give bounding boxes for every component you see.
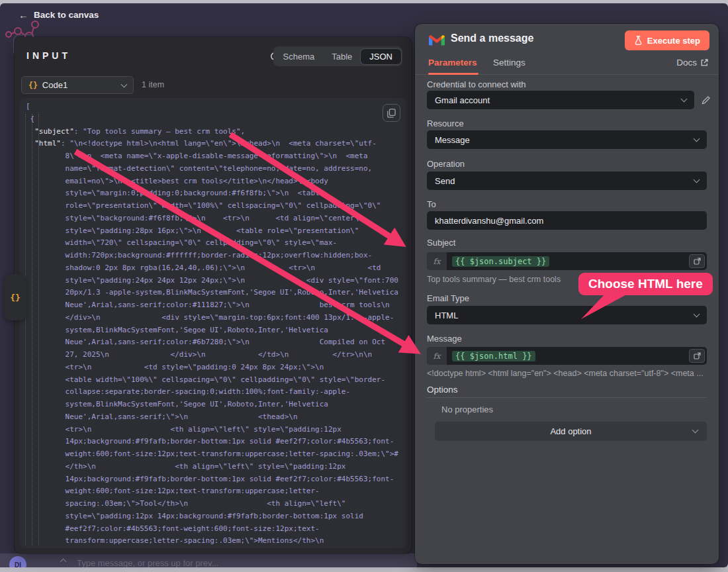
code-line: email=no\">\n <title>best crm tools</tit… bbox=[26, 175, 404, 188]
code-line: Neue',Arial,sans-serif;color:#6b7280;\">… bbox=[26, 336, 404, 349]
options-divider bbox=[427, 397, 707, 398]
chevron-down-icon bbox=[694, 177, 700, 183]
code-line: role=\"presentation\" width=\"100%\" cel… bbox=[26, 200, 404, 213]
chevron-down-icon bbox=[692, 427, 699, 434]
code-line: #eef2f7;color:#4b5563;font-weight:600;fo… bbox=[26, 523, 404, 536]
code-line: width:720px;background:#ffffff;border-ra… bbox=[26, 250, 404, 262]
back-arrow-icon: ← bbox=[19, 9, 28, 21]
node-panel-tabs: Parameters Settings Docs bbox=[415, 54, 719, 75]
code-line: spacing:.03em;\">Tool</th>\n <th align=\… bbox=[26, 498, 404, 510]
code-line: Neue',Arial,sans-serif;color:#111827;\">… bbox=[26, 299, 404, 312]
docs-link[interactable]: Docs bbox=[676, 58, 708, 68]
code-line: weight:600;font-size:12px;text-transform… bbox=[26, 485, 404, 498]
to-label: To bbox=[427, 199, 436, 209]
code-line: 27, 2025\n </div>\n </td>\n </tr>\n\n bbox=[26, 349, 404, 361]
operation-select[interactable]: Send bbox=[427, 171, 707, 190]
code-line: <tr>\n <th align=\"left\" style=\"paddin… bbox=[26, 424, 404, 436]
chevron-down-icon bbox=[694, 136, 700, 142]
code-node-icon: {} bbox=[28, 81, 38, 90]
code-line: system,BlinkMacSystemFont,'Segoe UI',Rob… bbox=[26, 324, 404, 337]
message-expression-field[interactable]: fx {{ $json.html }} bbox=[427, 347, 707, 365]
edit-credential-icon[interactable] bbox=[699, 93, 713, 107]
code-line: 8\">\n <meta name=\"x-apple-disable-mess… bbox=[26, 150, 404, 163]
copy-icon[interactable] bbox=[383, 104, 400, 122]
tab-json[interactable]: JSON bbox=[361, 49, 401, 64]
external-link-icon bbox=[701, 59, 708, 66]
code-line: style=\"margin:0;padding:0;background:#f… bbox=[26, 187, 404, 200]
execute-step-button[interactable]: Execute step bbox=[625, 30, 709, 50]
back-label: Back to canvas bbox=[34, 10, 99, 20]
code-line: 14px;background:#f9fafb;border-bottom:1p… bbox=[26, 436, 404, 448]
tab-settings[interactable]: Settings bbox=[493, 58, 525, 68]
code-line: [ bbox=[26, 101, 404, 113]
code-line: Neue',Arial,sans-serif;\">\n <thead>\n bbox=[26, 411, 404, 424]
json-code-lines: [ { "subject": "Top tools summary — best… bbox=[26, 101, 404, 548]
json-code-view[interactable]: [ { "subject": "Top tools summary — best… bbox=[20, 98, 406, 548]
code-line: collapse:separate;border-spacing:0;width… bbox=[26, 386, 404, 399]
code-line: system,BlinkMacSystemFont,'Segoe UI',Rob… bbox=[26, 399, 404, 411]
avatar: DI bbox=[9, 556, 26, 567]
chat-input-placeholder[interactable]: Type message, or press up for prev... bbox=[77, 558, 218, 567]
subject-expression-field[interactable]: fx {{ $json.subject }} bbox=[427, 252, 707, 270]
chevron-down-icon bbox=[681, 96, 688, 103]
fx-icon: fx bbox=[427, 347, 447, 365]
gmail-icon bbox=[429, 34, 445, 46]
email-type-label: Email Type bbox=[427, 293, 469, 303]
open-expression-editor-icon[interactable] bbox=[689, 254, 705, 268]
message-expression: {{ $json.html }} bbox=[452, 351, 535, 361]
input-panel-drag-handle[interactable]: {} bbox=[4, 274, 26, 320]
to-input[interactable]: khatterdivanshu@gmail.com bbox=[427, 211, 707, 230]
node-detail-panel: Send a message Execute step Parameters S… bbox=[415, 24, 719, 564]
credential-label: Credential to connect with bbox=[427, 79, 526, 89]
input-source-name: Code1 bbox=[42, 80, 117, 90]
code-line: 14px;background:#f9fafb;border-bottom:1p… bbox=[26, 473, 404, 486]
email-type-select[interactable]: HTML bbox=[427, 306, 707, 324]
code-line: shadow:0 2px 8px rgba(16,24,40,.06);\">\… bbox=[26, 262, 404, 275]
display-mode-tabs: Schema Table JSON bbox=[273, 46, 402, 66]
back-to-canvas-button[interactable]: ← Back to canvas bbox=[19, 9, 99, 21]
code-line: style=\"padding:24px 24px 12px 24px;\">\… bbox=[26, 275, 404, 287]
code-line: <tr>\n <td style=\"padding:0 24px 8px 24… bbox=[26, 361, 404, 374]
operation-label: Operation bbox=[427, 159, 465, 169]
options-empty-text: No properties bbox=[441, 405, 493, 414]
open-expression-editor-icon[interactable] bbox=[689, 349, 705, 363]
input-panel-title: INPUT bbox=[26, 50, 71, 61]
code-line: </div>\n <div style=\"margin-top:6px;fon… bbox=[26, 312, 404, 324]
code-line: <table width=\"100%\" cellspacing=\"0\" … bbox=[26, 374, 404, 387]
item-count: 1 item bbox=[142, 80, 164, 89]
fx-icon: fx bbox=[427, 252, 447, 270]
message-preview: <!doctype html> <html lang="en"> <head> … bbox=[427, 369, 707, 378]
tab-schema[interactable]: Schema bbox=[275, 49, 324, 64]
code-line: width=\"720\" cellspacing=\"0\" cellpadd… bbox=[26, 237, 404, 250]
node-title: Send a message bbox=[451, 32, 533, 44]
code-line: "html": "\n<!doctype html>\n<html lang=\… bbox=[26, 138, 404, 150]
resource-select[interactable]: Message bbox=[427, 130, 707, 149]
code-line: name=\"format-detection\" content=\"tele… bbox=[26, 163, 404, 175]
parameters-body: Credential to connect with Gmail account… bbox=[415, 75, 719, 564]
code-line: weight:600;font-size:12px;text-transform… bbox=[26, 448, 404, 461]
code-line: "subject": "Top tools summary — best crm… bbox=[26, 126, 404, 138]
tab-table[interactable]: Table bbox=[323, 49, 361, 64]
options-label: Options bbox=[427, 385, 458, 395]
subject-expression: {{ $json.subject }} bbox=[452, 256, 549, 267]
code-line: 20px/1.3 -apple-system,BlinkMacSystemFon… bbox=[26, 287, 404, 299]
screenshot-frame: ← Back to canvas DI Type message, or pre… bbox=[0, 0, 728, 572]
flask-icon bbox=[634, 36, 643, 45]
code-line: style=\"padding:28px 16px;\">\n <table r… bbox=[26, 225, 404, 238]
chevron-down-icon bbox=[121, 81, 128, 87]
credential-select[interactable]: Gmail account bbox=[427, 91, 694, 109]
tab-parameters[interactable]: Parameters bbox=[428, 58, 477, 68]
code-line: style=\"padding:12px 14px;background:#f9… bbox=[26, 510, 404, 523]
assistant-chat-bar: DI Type message, or press up for prev... bbox=[0, 553, 417, 567]
code-line: </th>\n <th align=\"left\" style=\"paddi… bbox=[26, 461, 404, 473]
add-option-button[interactable]: Add option bbox=[435, 422, 707, 441]
input-source-select[interactable]: {} Code1 bbox=[21, 76, 134, 94]
message-label: Message bbox=[427, 334, 462, 344]
resource-label: Resource bbox=[427, 119, 464, 128]
code-line: transform:uppercase;letter-spacing:.03em… bbox=[26, 535, 404, 548]
code-line: { bbox=[26, 113, 404, 126]
code-line: style=\"background:#f6f8fb;\">\n <tr>\n … bbox=[26, 213, 404, 225]
input-panel: INPUT Schema Table JSON {} Code1 1 item … bbox=[15, 37, 412, 553]
chevron-up-icon bbox=[60, 559, 67, 565]
chevron-down-icon bbox=[694, 311, 700, 318]
